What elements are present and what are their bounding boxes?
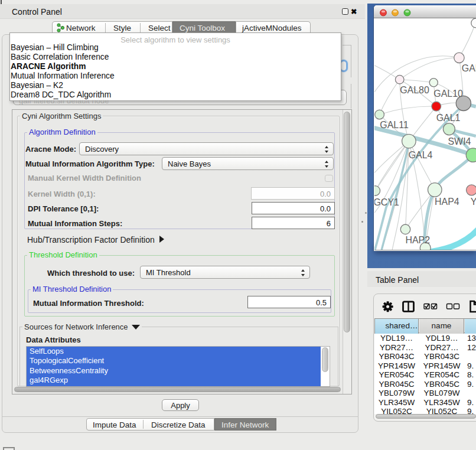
- svg-text:SWI4: SWI4: [448, 136, 471, 146]
- svg-text:GAL10: GAL10: [433, 89, 463, 99]
- svg-text:YM: YM: [471, 197, 476, 207]
- svg-text:HAP4: HAP4: [435, 197, 459, 207]
- svg-text:GAL11: GAL11: [380, 120, 409, 130]
- svg-text:GAL7: GAL7: [462, 63, 476, 73]
- svg-text:GAL1: GAL1: [436, 113, 461, 123]
- svg-text:GCY1: GCY1: [374, 197, 399, 207]
- svg-text:GAL80: GAL80: [400, 85, 429, 95]
- svg-text:GAL4: GAL4: [409, 150, 433, 160]
- svg-text:HAP2: HAP2: [405, 235, 430, 245]
